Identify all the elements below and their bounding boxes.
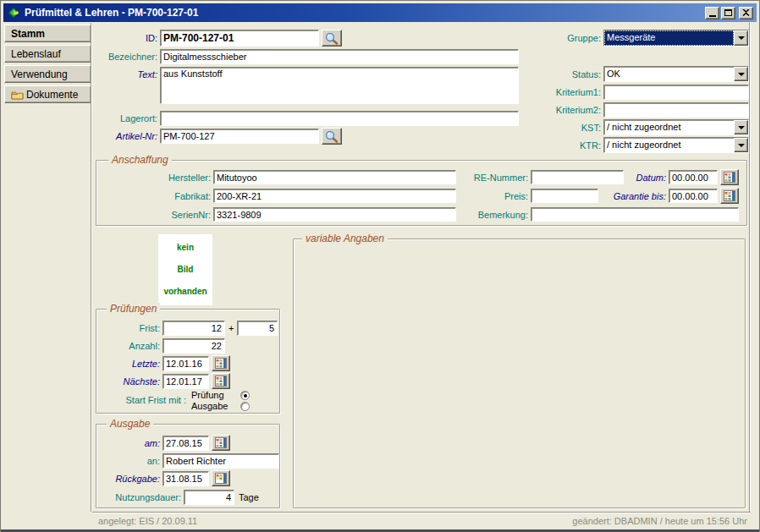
- ktr-dropdown-button[interactable]: [734, 138, 748, 152]
- calendar-icon: [724, 172, 735, 183]
- app-icon: [7, 6, 20, 19]
- kriterium1-label: Kriterium1:: [512, 87, 601, 97]
- lagerort-input[interactable]: [160, 111, 519, 126]
- status-label: Status:: [512, 69, 601, 80]
- status-created: angelegt: EIS / 20.09.11: [92, 516, 197, 526]
- bemerkung-input[interactable]: [531, 207, 739, 222]
- ausgabe-am-input[interactable]: [162, 436, 209, 451]
- nutzungsdauer-label: Nutzungsdauer:: [96, 492, 181, 502]
- id-input[interactable]: [160, 30, 319, 47]
- anschaffung-group-title: Anschaffung: [108, 154, 172, 166]
- naechste-input[interactable]: [162, 374, 209, 389]
- status-dropdown-button[interactable]: [734, 67, 748, 81]
- ktr-label: KTR:: [512, 140, 601, 151]
- garantie-bis-label: Garantie bis:: [575, 191, 666, 201]
- sidebar-item-label: Verwendung: [11, 69, 68, 80]
- start-frist-option-ausgabe-radio[interactable]: [240, 402, 250, 411]
- calendar-icon: [724, 190, 735, 201]
- close-button[interactable]: [739, 7, 753, 19]
- maximize-icon: [724, 9, 732, 16]
- variable-angaben-title: variable Angaben: [302, 233, 388, 244]
- gruppe-select[interactable]: Messgeräte: [603, 30, 749, 47]
- no-image-text: Bild: [158, 265, 212, 274]
- pruefungen-group: Prüfungen Frist: + Anzahl: Letzte: Nächs…: [96, 309, 280, 414]
- anzahl-label: Anzahl:: [96, 341, 160, 351]
- start-frist-option-ausgabe-label: Ausgabe: [191, 401, 228, 411]
- status-bar: angelegt: EIS / 20.09.11 geändert: DBADM…: [92, 512, 751, 529]
- rueckgabe-calendar-button[interactable]: [212, 470, 230, 486]
- ausgabe-group: Ausgabe am: an: Rückgabe: Nutzungsda: [96, 424, 280, 508]
- bemerkung-label: Bemerkung:: [437, 210, 528, 220]
- letzte-input[interactable]: [162, 356, 209, 371]
- kst-dropdown-button[interactable]: [734, 120, 748, 134]
- status-select[interactable]: OK: [603, 66, 749, 82]
- calendar-icon: [215, 473, 227, 484]
- sidebar-item-label: Lebenslauf: [11, 48, 61, 60]
- maximize-button[interactable]: [721, 7, 735, 19]
- datum-input[interactable]: [669, 170, 718, 184]
- artikel-nr-input[interactable]: [160, 129, 319, 144]
- fabrikat-input[interactable]: [213, 189, 456, 203]
- variable-angaben-group: variable Angaben: [293, 239, 746, 508]
- chevron-down-icon: [738, 144, 745, 147]
- search-icon: [325, 32, 339, 45]
- start-frist-option-pruefung-radio[interactable]: [240, 391, 250, 400]
- bezeichner-label: Bezeichner:: [69, 52, 157, 62]
- kriterium2-label: Kriterium2:: [512, 105, 601, 115]
- image-placeholder: kein Bild vorhanden: [158, 234, 212, 305]
- sidebar-item-label: Dokumente: [26, 89, 78, 101]
- chevron-down-icon: [738, 36, 745, 40]
- nutzungsdauer-unit-label: Tage: [239, 492, 259, 502]
- id-label: ID:: [69, 33, 157, 43]
- naechste-calendar-button[interactable]: [212, 373, 230, 389]
- calendar-icon: [215, 376, 227, 387]
- fabrikat-label: Fabrikat:: [120, 191, 211, 201]
- titlebar[interactable]: Prüfmittel & Lehren - PM-700-127-01: [3, 3, 757, 22]
- artikel-nr-label: Artikel-Nr:: [69, 131, 157, 141]
- gruppe-value: Messgeräte: [604, 30, 734, 46]
- sidebar-item-dokumente[interactable]: Dokumente: [4, 85, 91, 103]
- bezeichner-input[interactable]: [160, 49, 519, 64]
- nutzungsdauer-input[interactable]: [184, 490, 234, 505]
- letzte-label: Letzte:: [96, 359, 160, 369]
- anzahl-input[interactable]: [162, 338, 225, 354]
- sidebar-item-label: Stamm: [11, 28, 45, 40]
- status-value: OK: [604, 67, 734, 81]
- artikel-nr-search-button[interactable]: [322, 128, 342, 145]
- pruefungen-group-title: Prüfungen: [107, 303, 160, 315]
- ausgabe-an-input[interactable]: [162, 453, 279, 469]
- re-nummer-label: RE-Nummer:: [437, 173, 528, 183]
- text-input[interactable]: aus Kunststoff: [160, 67, 519, 104]
- no-image-text: kein: [158, 243, 212, 252]
- minimize-icon: [709, 15, 716, 17]
- id-search-button[interactable]: [322, 30, 342, 47]
- hersteller-input[interactable]: [213, 170, 456, 184]
- ausgabe-am-label: am:: [96, 438, 160, 448]
- close-icon: [742, 9, 750, 16]
- frist-extra-input[interactable]: [237, 321, 278, 336]
- ausgabe-group-title: Ausgabe: [107, 418, 153, 430]
- anschaffung-group: Anschaffung Hersteller: RE-Nummer: Datum…: [96, 160, 747, 226]
- gruppe-dropdown-button[interactable]: [734, 30, 748, 46]
- ktr-select[interactable]: / nicht zugeordnet: [603, 137, 749, 153]
- datum-calendar-button[interactable]: [720, 169, 739, 185]
- search-icon: [325, 130, 339, 143]
- garantie-bis-input[interactable]: [669, 189, 718, 203]
- rueckgabe-input[interactable]: [162, 471, 209, 486]
- calendar-icon: [215, 358, 227, 369]
- minimize-button[interactable]: [705, 7, 719, 19]
- window-title: Prüfmittel & Lehren - PM-700-127-01: [25, 7, 198, 19]
- seriennr-input[interactable]: [213, 207, 456, 222]
- ausgabe-am-calendar-button[interactable]: [212, 435, 230, 451]
- kriterium1-input[interactable]: [603, 85, 749, 100]
- gruppe-label: Gruppe:: [512, 33, 601, 43]
- kst-select[interactable]: / nicht zugeordnet: [603, 119, 749, 135]
- text-label: Text:: [69, 69, 157, 80]
- chevron-down-icon: [738, 73, 745, 76]
- garantie-calendar-button[interactable]: [720, 188, 739, 204]
- frist-input[interactable]: [162, 321, 225, 336]
- right-divider: [749, 23, 751, 512]
- letzte-calendar-button[interactable]: [212, 355, 230, 371]
- seriennr-label: SerienNr:: [120, 210, 211, 220]
- kriterium2-input[interactable]: [603, 102, 749, 118]
